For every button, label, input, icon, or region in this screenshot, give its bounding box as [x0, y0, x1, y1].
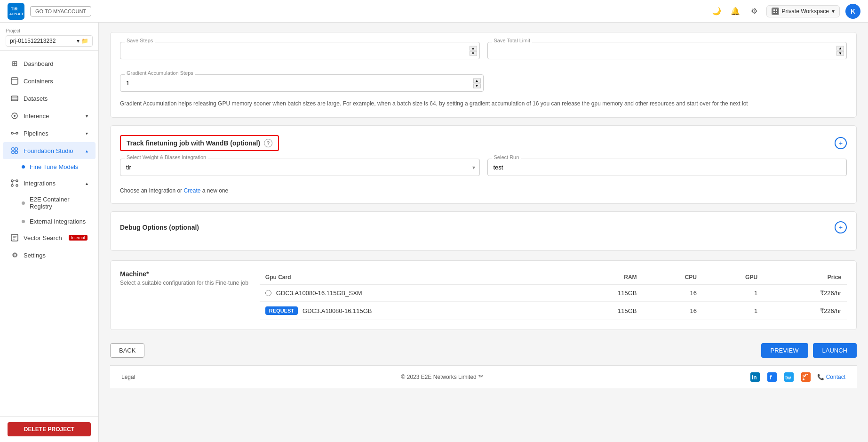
weight-biases-select[interactable]: tir: [120, 159, 480, 176]
sidebar-item-pipelines[interactable]: Pipelines ▾: [3, 125, 96, 142]
folder-icon: 📁: [81, 38, 88, 44]
footer-contact-link[interactable]: 📞 Contact: [817, 374, 845, 380]
go-to-myaccount-button[interactable]: GO TO MYACCOUNT: [30, 6, 91, 16]
launch-button[interactable]: LAUNCH: [813, 343, 857, 358]
avatar-button[interactable]: K: [845, 4, 860, 19]
vector-search-icon: [10, 233, 19, 242]
select-run-input[interactable]: test: [487, 159, 847, 176]
nav-right: 🌙 🔔 ⚙ Private Workspace ▾ K: [710, 4, 860, 19]
project-id: prj-011512213232: [10, 38, 56, 44]
svg-point-23: [16, 180, 18, 182]
svg-point-15: [11, 132, 13, 134]
save-total-spinner: ▲ ▼: [836, 46, 844, 56]
spinner-down[interactable]: ▼: [473, 83, 481, 88]
spinner-up[interactable]: ▲: [470, 46, 477, 50]
cpu-cell: 16: [643, 285, 702, 302]
spinner-up[interactable]: ▲: [473, 78, 481, 83]
header-row: Gpu Card RAM CPU GPU Price: [260, 270, 847, 285]
twitter-icon[interactable]: tw: [783, 371, 795, 383]
radio-col: REQUEST GDC3.A10080-16.115GB: [265, 306, 558, 315]
price-cell: ₹226/hr: [763, 285, 847, 302]
workspace-button[interactable]: Private Workspace ▾: [766, 5, 840, 17]
sidebar-item-containers[interactable]: Containers: [3, 72, 96, 89]
ram-cell: 115GB: [564, 285, 643, 302]
svg-text:TIR: TIR: [11, 7, 18, 11]
sidebar-item-datasets[interactable]: Datasets: [3, 90, 96, 107]
back-button[interactable]: BACK: [110, 343, 144, 358]
wandb-title-text: Track finetuning job with WandB (optiona…: [127, 139, 260, 147]
spinner-down[interactable]: ▼: [836, 51, 844, 56]
dark-mode-icon[interactable]: 🌙: [710, 5, 723, 18]
linkedin-icon[interactable]: in: [749, 371, 761, 383]
sidebar-item-inference[interactable]: Inference ▾: [3, 107, 96, 124]
save-total-limit-input[interactable]: [487, 42, 847, 59]
sidebar-item-integrations[interactable]: Integrations ▴: [3, 175, 96, 192]
svg-point-14: [14, 115, 16, 117]
wandb-help-icon[interactable]: ?: [264, 139, 272, 147]
action-buttons: PREVIEW LAUNCH: [761, 343, 857, 358]
svg-text:f: f: [770, 374, 772, 381]
svg-text:in: in: [752, 374, 757, 381]
settings-icon[interactable]: ⚙: [748, 5, 761, 18]
request-badge: REQUEST: [265, 306, 298, 315]
wandb-section: Track finetuning job with WandB (optiona…: [110, 125, 857, 204]
debug-title: Debug Options (optional): [120, 224, 199, 231]
machine-section: Machine* Select a suitable configuration…: [110, 260, 857, 330]
gradient-accumulation-label: Gradient Accumulation Steps: [125, 70, 195, 76]
top-nav: TIR AI PLATFORM GO TO MYACCOUNT 🌙 🔔 ⚙ Pr…: [0, 0, 868, 23]
debug-collapse-button[interactable]: +: [835, 221, 847, 233]
notifications-icon[interactable]: 🔔: [729, 5, 742, 18]
col-price: Price: [763, 270, 847, 285]
page-layout: Project prj-011512213232 ▾ 📁 ⊞ Dashboard: [0, 23, 868, 442]
svg-rect-8: [11, 78, 18, 84]
sidebar-item-e2e-container-registry[interactable]: E2E Container Registry: [3, 192, 96, 214]
sidebar-item-foundation-studio[interactable]: Foundation Studio ▴: [3, 142, 96, 159]
machine-label-col: Machine* Select a suitable configuration…: [120, 270, 248, 320]
rss-icon[interactable]: [800, 371, 812, 383]
save-total-col: Save Total Limit ▲ ▼: [487, 42, 847, 67]
sidebar-item-dashboard[interactable]: ⊞ Dashboard: [3, 55, 96, 72]
svg-point-24: [11, 185, 13, 186]
sidebar-item-label: Foundation Studio: [24, 147, 73, 154]
project-label: Project: [6, 28, 93, 33]
datasets-icon: [10, 94, 19, 103]
sidebar-item-label: Integrations: [24, 180, 56, 187]
contact-label: Contact: [826, 374, 845, 380]
sidebar-item-settings[interactable]: ⚙ Settings: [3, 247, 96, 264]
workspace-label: Private Workspace: [782, 8, 829, 15]
machine-radio[interactable]: [265, 290, 271, 296]
svg-rect-18: [12, 148, 14, 150]
sidebar-item-label: Inference: [24, 113, 49, 120]
spinner-down[interactable]: ▼: [470, 51, 477, 56]
debug-options-section: Debug Options (optional) +: [110, 211, 857, 251]
wandb-collapse-button[interactable]: +: [835, 137, 847, 149]
footer-legal[interactable]: Legal: [121, 374, 135, 380]
sidebar-item-label: Dashboard: [24, 60, 54, 67]
choose-suffix: a new one: [202, 187, 228, 194]
table-row: GDC3.A10080-16.115GB_SXM 115GB 16 1 ₹226…: [260, 285, 847, 302]
save-steps-input[interactable]: [120, 42, 480, 59]
gradient-accumulation-input[interactable]: [120, 74, 484, 92]
sidebar-item-external-integrations[interactable]: External Integrations: [3, 214, 96, 229]
facebook-icon[interactable]: f: [766, 371, 778, 383]
svg-rect-7: [776, 12, 777, 13]
machine-subtitle: Select a suitable configuration for this…: [120, 280, 248, 286]
sidebar-item-fine-tune-models[interactable]: Fine Tune Models: [3, 160, 96, 174]
svg-point-39: [803, 378, 804, 380]
svg-rect-5: [776, 9, 777, 11]
inference-icon: [10, 112, 19, 120]
pipelines-icon: [10, 129, 19, 137]
create-link[interactable]: Create: [183, 187, 200, 194]
sidebar-item-vector-search[interactable]: Vector Search Internal: [3, 229, 96, 246]
project-selector[interactable]: prj-011512213232 ▾ 📁: [6, 35, 93, 47]
chevron-down-icon: ▾: [86, 131, 88, 136]
spinner-up[interactable]: ▲: [836, 46, 844, 50]
wandb-integration-row: Select Weight & Biases Integration tir ▾…: [120, 159, 847, 184]
select-run-col: Select Run test: [487, 159, 847, 184]
svg-rect-19: [15, 148, 17, 150]
dashboard-icon: ⊞: [10, 59, 19, 68]
delete-project-button[interactable]: DELETE PROJECT: [8, 422, 91, 436]
weight-biases-col: Select Weight & Biases Integration tir ▾: [120, 159, 480, 184]
col-cpu: CPU: [643, 270, 702, 285]
preview-button[interactable]: PREVIEW: [761, 343, 808, 358]
